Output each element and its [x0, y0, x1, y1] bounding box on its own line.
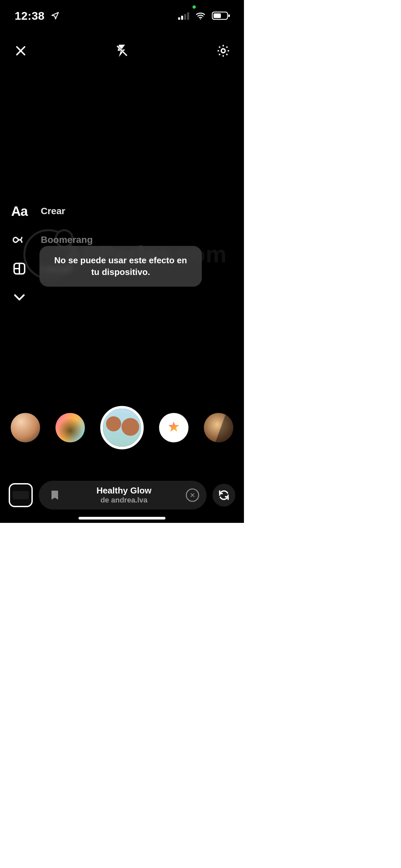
- camera-header: [0, 40, 244, 61]
- remove-effect-icon[interactable]: [186, 489, 199, 502]
- bookmark-icon[interactable]: [48, 488, 62, 502]
- cellular-icon: [178, 12, 189, 20]
- shutter-button[interactable]: [100, 406, 144, 450]
- infinity-icon: [12, 232, 27, 247]
- effect-carousel[interactable]: [0, 403, 244, 453]
- tool-create-label: Crear: [41, 206, 65, 217]
- story-camera-screen: 12:38 APPerlas.com: [0, 0, 244, 523]
- effect-name: Healthy Glow: [97, 486, 152, 496]
- svg-point-0: [200, 19, 201, 20]
- location-icon: [48, 8, 62, 23]
- tool-create[interactable]: Aa Crear: [12, 204, 93, 218]
- home-indicator[interactable]: [79, 517, 165, 520]
- tool-boomerang-label: Boomerang: [41, 235, 93, 245]
- effect-thumb[interactable]: [56, 413, 85, 442]
- flash-off-icon[interactable]: [115, 43, 129, 58]
- close-icon[interactable]: [13, 43, 28, 58]
- svg-point-6: [221, 49, 225, 53]
- battery-icon: [212, 8, 230, 23]
- blank-area: [244, 0, 401, 523]
- status-bar: 12:38: [0, 7, 244, 24]
- svg-rect-3: [228, 14, 230, 17]
- toast-message: No se puede usar este efecto en tu dispo…: [54, 255, 187, 277]
- effect-thumb[interactable]: [11, 413, 40, 442]
- tool-boomerang[interactable]: Boomerang: [12, 232, 93, 247]
- effect-error-toast: No se puede usar este efecto en tu dispo…: [39, 246, 202, 287]
- chevron-down-icon: [12, 290, 27, 305]
- browse-effects-button[interactable]: [159, 413, 188, 442]
- effect-author: de andrea.lva: [100, 496, 148, 504]
- layout-icon: [12, 261, 27, 276]
- gallery-button[interactable]: [9, 483, 33, 507]
- settings-icon[interactable]: [216, 43, 230, 58]
- text-icon: Aa: [12, 204, 27, 218]
- effect-info-pill[interactable]: Healthy Glow de andrea.lva: [39, 481, 207, 509]
- wifi-icon: [193, 8, 208, 23]
- svg-rect-2: [214, 13, 221, 18]
- tool-more[interactable]: [12, 290, 93, 305]
- effect-thumb[interactable]: [204, 413, 233, 442]
- camera-bottom-bar: Healthy Glow de andrea.lva: [0, 480, 244, 510]
- switch-camera-button[interactable]: [213, 484, 235, 506]
- blank-area: [0, 523, 401, 868]
- status-time: 12:38: [15, 9, 44, 22]
